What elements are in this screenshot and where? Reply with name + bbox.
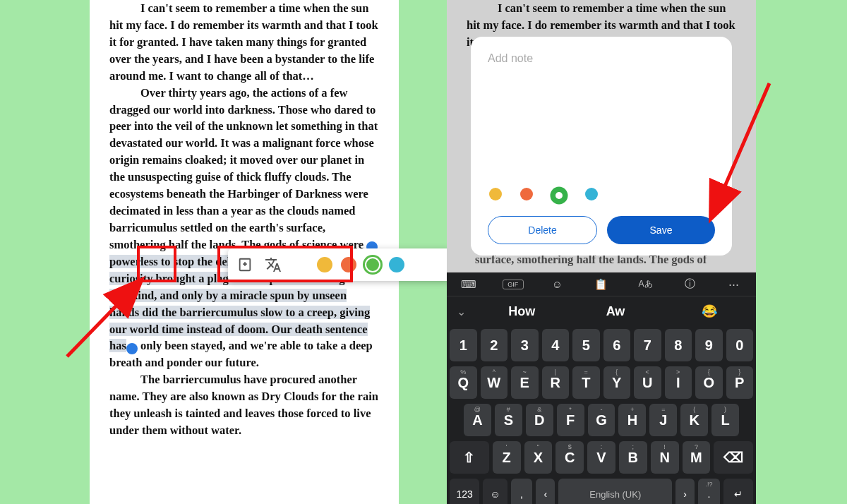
shift-key[interactable]: ⇧: [450, 441, 489, 474]
key-i[interactable]: >I: [665, 366, 692, 399]
key-a[interactable]: @A: [464, 404, 491, 436]
note-color-orange[interactable]: [520, 188, 533, 200]
paragraph-1: I can't seem to remember a time when the…: [109, 0, 379, 85]
key-l[interactable]: )L: [711, 404, 739, 436]
key-b[interactable]: ;B: [619, 441, 647, 474]
delete-button[interactable]: Delete: [488, 216, 597, 244]
selection-end-handle[interactable]: [126, 343, 138, 354]
mode-123-key[interactable]: 123: [450, 479, 479, 504]
keyboard-toolbar: ⌨ GIF ☺ 📋 Aあ ⓘ ⋯: [447, 272, 756, 296]
lang-prev-key[interactable]: ‹: [536, 479, 555, 504]
kb-gif-icon[interactable]: GIF: [503, 280, 524, 289]
enter-key[interactable]: ↵: [723, 479, 753, 504]
key-5[interactable]: 5: [572, 329, 600, 361]
key-v[interactable]: :V: [587, 441, 615, 474]
space-key[interactable]: English (UK): [558, 479, 672, 504]
key-s[interactable]: #S: [495, 404, 522, 436]
comma-key[interactable]: ,: [511, 479, 533, 504]
kb-more-icon[interactable]: ⋯: [723, 278, 745, 291]
right-phone: I can't seem to remember a time when the…: [447, 0, 756, 504]
callout-box-note-icon: [137, 246, 176, 282]
color-green[interactable]: [365, 257, 380, 272]
key-o[interactable]: {O: [695, 366, 723, 399]
key-e[interactable]: ~E: [511, 366, 539, 399]
kb-info-icon[interactable]: ⓘ: [679, 277, 700, 291]
suggestion-1[interactable]: How: [475, 304, 569, 319]
note-color-blue[interactable]: [585, 188, 598, 200]
key-2[interactable]: 2: [481, 329, 508, 361]
paragraph-2: Over thirty years ago, the actions of a …: [109, 85, 379, 372]
key-6[interactable]: 6: [603, 329, 631, 361]
key-n[interactable]: !N: [651, 441, 679, 474]
key-w[interactable]: ^W: [481, 366, 508, 399]
note-color-yellow[interactable]: [489, 188, 502, 200]
backspace-key[interactable]: ⌫: [714, 441, 753, 474]
key-k[interactable]: (K: [680, 404, 708, 436]
color-blue[interactable]: [389, 257, 404, 272]
key-c[interactable]: $C: [555, 441, 584, 474]
key-g[interactable]: -G: [588, 404, 615, 436]
key-d[interactable]: &D: [526, 404, 553, 436]
lang-next-key[interactable]: ›: [675, 479, 695, 504]
keyboard-row-2: %Q^W~E|R=T{Y<U>I{O}P: [450, 366, 753, 399]
emoji-key[interactable]: ☺: [483, 479, 507, 504]
keyboard: ⌨ GIF ☺ 📋 Aあ ⓘ ⋯ ⌄ How Aw 😂 1234567890 %…: [447, 272, 756, 504]
key-9[interactable]: 9: [695, 329, 723, 361]
key-t[interactable]: =T: [572, 366, 600, 399]
paragraph-3: The barriercumulus have procured another…: [109, 371, 379, 439]
suggest-collapse-icon[interactable]: ⌄: [447, 305, 475, 318]
keyboard-row-bottom: 123 ☺ , ‹ English (UK) › .!?. ↵: [447, 479, 756, 504]
kb-sticker-icon[interactable]: ☺: [546, 278, 567, 290]
key-p[interactable]: }P: [726, 366, 754, 399]
key-4[interactable]: 4: [542, 329, 570, 361]
keyboard-suggestions: ⌄ How Aw 😂: [447, 296, 756, 326]
keyboard-row-3: @A#S&D*F-G+H=J(K)L: [450, 404, 753, 436]
add-note-modal: Add note Delete Save: [471, 37, 732, 256]
key-f[interactable]: *F: [557, 404, 584, 436]
key-8[interactable]: 8: [665, 329, 692, 361]
key-h[interactable]: +H: [618, 404, 646, 436]
note-color-green[interactable]: [551, 188, 567, 203]
key-y[interactable]: {Y: [603, 366, 631, 399]
key-0[interactable]: 0: [726, 329, 754, 361]
keyboard-row-4: ⇧ 'Z"X$C:V;B!N?M ⌫: [450, 441, 753, 474]
suggestion-3[interactable]: 😂: [662, 304, 756, 319]
callout-box-colors: [217, 246, 353, 282]
note-textarea[interactable]: Add note: [488, 52, 715, 184]
kb-clipboard-icon[interactable]: 📋: [591, 278, 612, 291]
key-3[interactable]: 3: [511, 329, 539, 361]
key-x[interactable]: "X: [524, 441, 553, 474]
reader-content: I can't seem to remember a time when the…: [90, 0, 399, 439]
key-r[interactable]: |R: [542, 366, 570, 399]
kb-stickers-icon[interactable]: ⌨: [458, 278, 479, 291]
key-u[interactable]: <U: [634, 366, 661, 399]
save-button[interactable]: Save: [607, 216, 715, 244]
key-q[interactable]: %Q: [450, 366, 477, 399]
key-1[interactable]: 1: [450, 329, 477, 361]
keyboard-row-numbers: 1234567890: [450, 329, 753, 361]
suggestion-2[interactable]: Aw: [569, 304, 663, 319]
key-z[interactable]: 'Z: [493, 441, 521, 474]
key-j[interactable]: =J: [649, 404, 677, 436]
key-7[interactable]: 7: [634, 329, 661, 361]
key-m[interactable]: ?M: [683, 441, 711, 474]
kb-lang-icon[interactable]: Aあ: [635, 278, 656, 290]
note-color-row: [488, 184, 715, 216]
period-key[interactable]: .!?.: [698, 479, 720, 504]
